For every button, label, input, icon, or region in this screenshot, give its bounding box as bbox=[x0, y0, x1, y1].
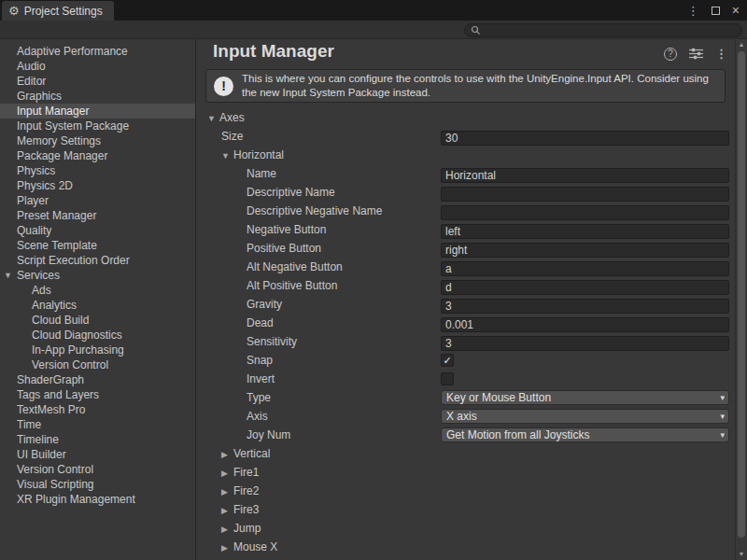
sidebar-item-timeline[interactable]: Timeline bbox=[0, 432, 195, 447]
sidebar-item-preset-manager[interactable]: Preset Manager bbox=[0, 208, 195, 223]
scroll-down-icon[interactable]: ▼ bbox=[736, 549, 747, 560]
row-label[interactable]: ▼Axes bbox=[207, 108, 245, 128]
row-label[interactable]: ▶Fire3 bbox=[221, 500, 259, 520]
sidebar-item-label: Package Manager bbox=[17, 149, 107, 162]
row-descriptive-negative-name: Descriptive Negative Name bbox=[196, 202, 735, 220]
field-label[interactable]: Mouse X bbox=[233, 540, 277, 553]
checkbox-snap[interactable]: ✓ bbox=[441, 354, 454, 367]
sidebar-item-input-system-package[interactable]: Input System Package bbox=[0, 119, 195, 133]
sidebar-item-shadergraph[interactable]: ShaderGraph bbox=[0, 372, 195, 387]
sidebar-item-package-manager[interactable]: Package Manager bbox=[0, 148, 195, 163]
search-input[interactable] bbox=[485, 25, 736, 36]
field-label[interactable]: Fire2 bbox=[233, 484, 259, 497]
presets-icon[interactable] bbox=[689, 48, 703, 60]
field-size[interactable] bbox=[441, 131, 729, 146]
sidebar-item-graphics[interactable]: Graphics bbox=[0, 89, 195, 104]
more-options-icon[interactable]: ⋮ bbox=[715, 47, 727, 61]
sidebar-item-ui-builder[interactable]: UI Builder bbox=[0, 447, 195, 462]
field-gravity[interactable] bbox=[441, 299, 729, 314]
sidebar-item-physics-2d[interactable]: Physics 2D bbox=[0, 178, 195, 193]
sidebar-item-visual-scripting[interactable]: Visual Scripting bbox=[0, 477, 195, 492]
help-icon[interactable]: ? bbox=[664, 48, 677, 61]
field-label[interactable]: Vertical bbox=[233, 447, 270, 460]
field-label[interactable]: Axes bbox=[219, 111, 245, 124]
row-label[interactable]: ▼Horizontal bbox=[221, 146, 284, 165]
sidebar-item-xr-plugin-management[interactable]: XR Plugin Management bbox=[0, 492, 195, 507]
sidebar-item-ads[interactable]: Ads bbox=[0, 283, 195, 298]
dropdown-type[interactable]: Key or Mouse Button▾ bbox=[441, 390, 729, 405]
settings-toolbar bbox=[0, 21, 747, 39]
sidebar-item-editor[interactable]: Editor bbox=[0, 74, 195, 89]
row-label[interactable]: ▶Fire1 bbox=[221, 463, 259, 483]
sidebar-item-script-execution-order[interactable]: Script Execution Order bbox=[0, 253, 195, 268]
sidebar-item-analytics[interactable]: Analytics bbox=[0, 298, 195, 313]
maximize-icon[interactable] bbox=[712, 7, 720, 15]
field-positive-button[interactable] bbox=[441, 243, 729, 258]
field-label[interactable]: Jump bbox=[233, 522, 261, 535]
checkbox-invert[interactable] bbox=[441, 372, 454, 385]
row-label: Joy Num bbox=[247, 426, 290, 444]
sidebar-item-memory-settings[interactable]: Memory Settings bbox=[0, 133, 195, 148]
foldout-closed-icon[interactable]: ▶ bbox=[221, 464, 233, 483]
sidebar-item-label: Physics bbox=[17, 164, 55, 177]
sidebar-item-cloud-build[interactable]: Cloud Build bbox=[0, 313, 195, 328]
sidebar-item-adaptive-performance[interactable]: Adaptive Performance bbox=[0, 44, 195, 59]
foldout-closed-icon[interactable]: ▶ bbox=[221, 501, 233, 520]
field-name[interactable] bbox=[441, 168, 729, 183]
foldout-closed-icon[interactable]: ▶ bbox=[221, 445, 233, 464]
sidebar-item-in-app-purchasing[interactable]: In-App Purchasing bbox=[0, 343, 195, 357]
scroll-up-icon[interactable]: ▲ bbox=[736, 39, 747, 50]
sidebar-item-tags-and-layers[interactable]: Tags and Layers bbox=[0, 387, 195, 402]
field-descriptive-name[interactable] bbox=[441, 187, 729, 202]
sidebar-item-textmesh-pro[interactable]: TextMesh Pro bbox=[0, 402, 195, 417]
vertical-scrollbar[interactable]: ▲ ▼ bbox=[735, 39, 747, 560]
row-label[interactable]: ▶Fire2 bbox=[221, 482, 259, 501]
sidebar-item-label: Time bbox=[17, 418, 41, 431]
row-label: Alt Negative Button bbox=[247, 258, 343, 276]
foldout-closed-icon[interactable]: ▶ bbox=[221, 539, 233, 557]
sidebar-item-audio[interactable]: Audio bbox=[0, 59, 195, 74]
dropdown-axis[interactable]: X axis▾ bbox=[441, 409, 729, 424]
dropdown-joy-num[interactable]: Get Motion from all Joysticks▾ bbox=[441, 427, 729, 442]
row-label: Snap bbox=[247, 351, 273, 370]
foldout-closed-icon[interactable]: ▶ bbox=[221, 483, 233, 501]
field-dead[interactable] bbox=[441, 317, 729, 332]
info-icon: ! bbox=[214, 77, 233, 96]
sidebar-item-label: Memory Settings bbox=[17, 134, 101, 147]
tab-project-settings[interactable]: ⚙ Project Settings bbox=[2, 1, 114, 21]
field-alt-negative-button[interactable] bbox=[441, 261, 729, 276]
sidebar-item-player[interactable]: Player bbox=[0, 193, 195, 208]
row-label[interactable]: ▶Vertical bbox=[221, 444, 270, 464]
field-label[interactable]: Fire1 bbox=[233, 466, 259, 479]
row-label[interactable]: ▶Mouse X bbox=[221, 538, 277, 557]
sidebar-item-label: Adaptive Performance bbox=[17, 45, 128, 58]
field-sensitivity[interactable] bbox=[441, 336, 729, 351]
sidebar-item-time[interactable]: Time bbox=[0, 417, 195, 432]
field-label[interactable]: Fire3 bbox=[233, 503, 259, 516]
row-positive-button: Positive Button bbox=[196, 239, 735, 258]
row-label: Positive Button bbox=[247, 239, 321, 258]
sidebar-item-scene-template[interactable]: Scene Template bbox=[0, 238, 195, 253]
field-descriptive-negative-name[interactable] bbox=[441, 205, 729, 220]
foldout-open-icon[interactable]: ▼ bbox=[207, 109, 219, 128]
foldout-open-icon[interactable]: ▼ bbox=[4, 268, 12, 283]
sidebar-item-version-control[interactable]: Version Control bbox=[0, 462, 195, 477]
row-label[interactable]: ▶Jump bbox=[221, 519, 261, 539]
sidebar-item-physics[interactable]: Physics bbox=[0, 163, 195, 178]
field-alt-positive-button[interactable] bbox=[441, 280, 729, 295]
sidebar-item-version-control[interactable]: Version Control bbox=[0, 357, 195, 372]
sidebar-item-input-manager[interactable]: Input Manager bbox=[0, 104, 195, 119]
sidebar-item-quality[interactable]: Quality bbox=[0, 223, 195, 238]
sidebar-item-cloud-diagnostics[interactable]: Cloud Diagnostics bbox=[0, 328, 195, 343]
row-size: Size bbox=[196, 127, 735, 146]
scrollbar-thumb[interactable] bbox=[738, 51, 745, 538]
close-icon[interactable]: × bbox=[732, 3, 740, 18]
foldout-closed-icon[interactable]: ▶ bbox=[221, 520, 233, 539]
window-menu-icon[interactable]: ⋮ bbox=[687, 4, 699, 18]
field-negative-button[interactable] bbox=[441, 224, 729, 239]
sidebar-item-services[interactable]: ▼Services bbox=[0, 268, 195, 283]
row-mouse-x: ▶Mouse X bbox=[196, 538, 735, 556]
search-box[interactable] bbox=[464, 23, 742, 37]
foldout-open-icon[interactable]: ▼ bbox=[221, 147, 233, 165]
field-label[interactable]: Horizontal bbox=[233, 148, 284, 161]
